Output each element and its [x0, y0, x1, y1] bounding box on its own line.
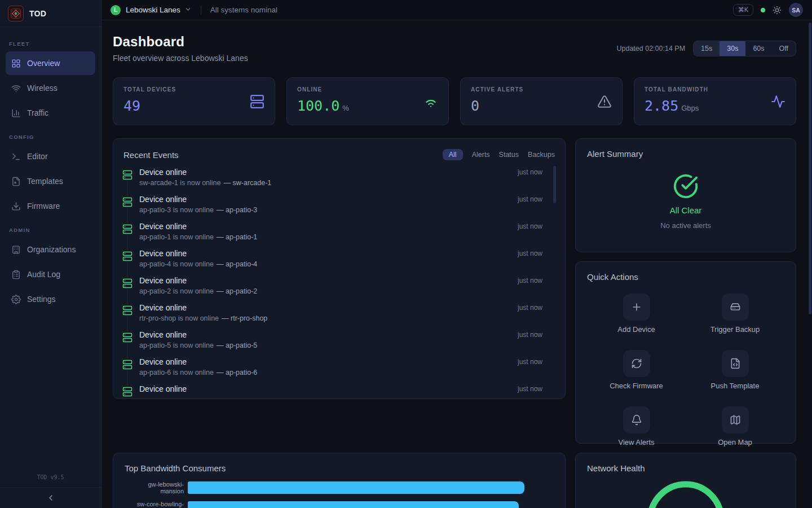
- add-device-button[interactable]: Add Device: [587, 290, 686, 337]
- interval-off-button[interactable]: Off: [772, 41, 796, 56]
- event-time: just now: [518, 385, 556, 393]
- qa-label: Push Template: [711, 382, 760, 390]
- wifi-icon: [423, 94, 438, 109]
- events-list: Device onlinejust now sw-arcade-1 is now…: [122, 168, 556, 399]
- event-time: just now: [518, 195, 556, 203]
- server-icon: [122, 304, 133, 317]
- stat-label: TOTAL BANDWIDTH: [645, 86, 708, 93]
- event-row[interactable]: Device onlinejust now ap-patio-2 is now …: [122, 276, 556, 303]
- sidebar: TOD FLEET Overview Wireless Traffic CONF…: [0, 0, 102, 508]
- quick-actions-panel: Quick Actions Add Device Trigger Backup: [575, 261, 796, 444]
- app-name: TOD: [29, 9, 46, 18]
- user-avatar[interactable]: SA: [789, 3, 803, 17]
- stat-unit: Gbps: [681, 104, 699, 112]
- event-detail: ap-patio-3 is now online— ap-patio-3: [139, 206, 556, 214]
- sidebar-item-templates[interactable]: Templates: [6, 169, 95, 193]
- bar-chart-icon: [11, 108, 21, 118]
- file-code-icon: [722, 350, 749, 377]
- main-content: Dashboard Fleet overview across Lebowski…: [102, 20, 812, 508]
- event-time: just now: [518, 331, 556, 339]
- health-gauge: 100: [643, 478, 728, 508]
- sidebar-item-organizations[interactable]: Organizations: [6, 238, 95, 261]
- sidebar-item-traffic[interactable]: Traffic: [6, 101, 95, 125]
- tab-alerts[interactable]: Alerts: [472, 151, 490, 159]
- server-icon: [122, 196, 133, 208]
- theme-toggle-button[interactable]: [773, 6, 782, 15]
- recent-events-panel: Recent Events All Alerts Status Backups: [113, 138, 566, 399]
- event-title: Device online: [139, 357, 187, 366]
- org-avatar: L: [111, 5, 121, 15]
- trigger-backup-button[interactable]: Trigger Backup: [686, 290, 784, 337]
- sidebar-item-firmware[interactable]: Firmware: [6, 194, 95, 218]
- nav-section-admin: ADMIN: [6, 219, 95, 238]
- tab-all[interactable]: All: [443, 149, 463, 160]
- event-time: just now: [518, 249, 556, 257]
- wifi-icon: [11, 84, 21, 93]
- event-row[interactable]: Device onlinejust now ap-patio-5 is now …: [122, 330, 556, 357]
- chevron-down-icon[interactable]: [184, 5, 192, 15]
- bandwidth-row: gw-lebowski-mansion: [125, 481, 554, 494]
- bell-icon: [623, 406, 650, 433]
- stats-row: TOTAL DEVICES 49 ONLINE 100.0 %: [113, 77, 796, 125]
- event-detail: sw-arcade-1 is now online— sw-arcade-1: [139, 179, 556, 187]
- event-title: Device online: [139, 195, 187, 204]
- server-icon: [122, 169, 133, 181]
- check-firmware-button[interactable]: Check Firmware: [587, 347, 686, 393]
- push-template-button[interactable]: Push Template: [686, 347, 784, 393]
- events-scrollbar-thumb[interactable]: [553, 166, 556, 203]
- topbar: L Lebowski Lanes All systems nominal ⌘K …: [102, 0, 812, 20]
- qa-label: Trigger Backup: [710, 325, 760, 334]
- interval-15s-button[interactable]: 15s: [694, 41, 720, 56]
- sidebar-footer: TOD v9.5: [0, 468, 101, 508]
- refresh-interval-group: 15s 30s 60s Off: [693, 41, 796, 56]
- gear-icon: [11, 295, 21, 304]
- org-switcher[interactable]: Lebowski Lanes: [126, 6, 180, 14]
- sidebar-item-label: Audit Log: [27, 270, 60, 279]
- sidebar-item-settings[interactable]: Settings: [6, 287, 95, 311]
- sidebar-item-audit-log[interactable]: Audit Log: [6, 262, 95, 286]
- event-row[interactable]: Device onlinejust now: [122, 384, 556, 399]
- plus-icon: [623, 294, 650, 321]
- bandwidth-bar-label: sw-core-bowling-alley: [125, 501, 188, 508]
- event-row[interactable]: Device onlinejust now sw-arcade-1 is now…: [122, 168, 556, 195]
- event-row[interactable]: Device onlinejust now ap-patio-3 is now …: [122, 195, 556, 222]
- sidebar-item-wireless[interactable]: Wireless: [6, 76, 95, 100]
- sidebar-nav: FLEET Overview Wireless Traffic CONFIG E…: [0, 27, 101, 468]
- sidebar-collapse-button[interactable]: [0, 487, 101, 508]
- interval-60s-button[interactable]: 60s: [745, 41, 771, 56]
- sidebar-item-overview[interactable]: Overview: [6, 51, 95, 75]
- command-palette-button[interactable]: ⌘K: [733, 4, 753, 16]
- alert-detail-text: No active alerts: [660, 221, 711, 230]
- tab-backups[interactable]: Backups: [528, 151, 555, 159]
- qa-label: Add Device: [617, 325, 655, 334]
- event-time: just now: [518, 222, 556, 230]
- event-row[interactable]: Device onlinejust now ap-patio-4 is now …: [122, 249, 556, 276]
- interval-30s-button[interactable]: 30s: [720, 41, 745, 56]
- file-icon: [11, 177, 21, 186]
- stat-label: TOTAL DEVICES: [123, 86, 176, 93]
- view-alerts-button[interactable]: View Alerts: [587, 403, 686, 450]
- chevron-left-icon: [46, 493, 55, 502]
- open-map-button[interactable]: Open Map: [686, 403, 784, 450]
- alert-status-text: All Clear: [670, 205, 702, 215]
- event-detail: ap-patio-4 is now online— ap-patio-4: [139, 260, 556, 268]
- event-row[interactable]: Device onlinejust now rtr-pro-shop is no…: [122, 303, 556, 330]
- event-row[interactable]: Device onlinejust now ap-patio-1 is now …: [122, 222, 556, 249]
- server-icon: [122, 223, 133, 235]
- page-scrollbar-thumb[interactable]: [809, 23, 811, 314]
- alert-triangle-icon: [597, 94, 612, 109]
- event-row[interactable]: Device onlinejust now ap-patio-6 is now …: [122, 357, 556, 384]
- sidebar-item-editor[interactable]: Editor: [6, 144, 95, 168]
- stat-label: ONLINE: [297, 86, 349, 93]
- sun-icon: [773, 6, 782, 15]
- system-status-text: All systems nominal: [210, 6, 277, 14]
- stat-card-online: ONLINE 100.0 %: [286, 77, 449, 125]
- stat-card-active-alerts: ACTIVE ALERTS 0: [460, 77, 623, 125]
- layout-grid-icon: [11, 59, 21, 68]
- stat-card-total-bandwidth: TOTAL BANDWIDTH 2.85 Gbps: [634, 77, 796, 125]
- check-circle-icon: [673, 173, 699, 199]
- tab-status[interactable]: Status: [499, 151, 519, 159]
- server-icon: [250, 94, 264, 109]
- app-version: TOD v9.5: [0, 468, 101, 487]
- sidebar-item-label: Templates: [27, 177, 63, 186]
